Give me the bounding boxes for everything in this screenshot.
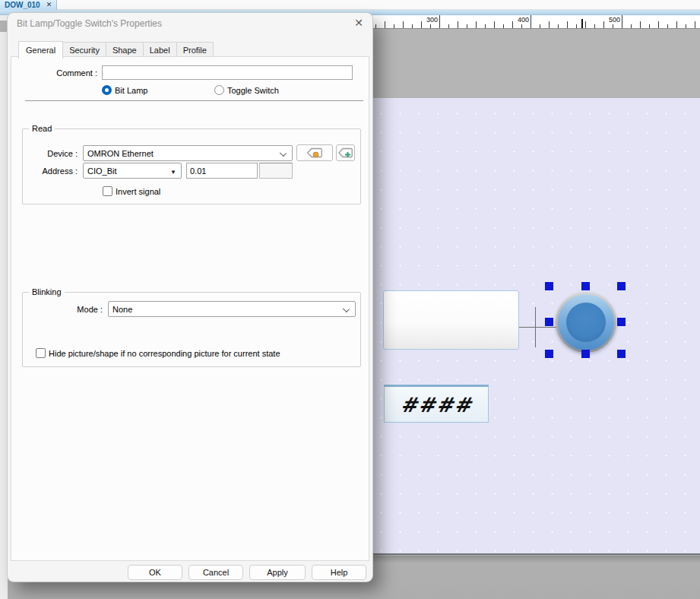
hide-picture-label: Hide picture/shape if no corresponding p… [49, 349, 280, 358]
ruler-tick-500 [622, 15, 622, 28]
selection-handle-middle-left[interactable] [545, 318, 553, 326]
device-combobox-value: OMRON Ethernet [87, 149, 154, 158]
invert-signal-checkbox[interactable] [103, 186, 112, 196]
read-group: Read Device : OMRON Ethernet [22, 128, 361, 204]
bit-lamp-radio-label: Bit Lamp [115, 86, 147, 95]
ruler-tick-300 [439, 15, 440, 28]
chevron-down-icon [280, 150, 287, 157]
properties-dialog: Bit Lamp/Toggle Switch's Properties ✕ Ge… [8, 13, 372, 582]
address-label: Address : [30, 166, 78, 176]
address-type-value: CIO_Bit [87, 166, 117, 176]
blinking-group-title: Blinking [29, 287, 65, 296]
comment-label: Comment : [42, 68, 97, 78]
invert-signal-label: Invert signal [116, 187, 160, 196]
selection-handle-bottom-center[interactable] [581, 350, 590, 358]
selection-box [545, 282, 626, 358]
comment-input[interactable] [102, 65, 353, 80]
tag-settings-icon [306, 147, 323, 159]
selection-handle-middle-right[interactable] [617, 318, 626, 326]
ruler-label-400: 400 [512, 16, 529, 24]
selection-handle-top-right[interactable] [617, 282, 626, 290]
ruler-label-300: 300 [421, 16, 438, 24]
document-tab[interactable]: DOW_010 ✕ [0, 0, 57, 10]
numeric-display-text: #### [401, 393, 473, 417]
blinking-group: Blinking Mode : None Hide picture/shape … [22, 292, 361, 367]
editor-screen: DOW_010 ✕ 300 400 500 [0, 0, 700, 599]
document-tab-bar: DOW_010 ✕ [0, 0, 700, 10]
dropdown-arrow-icon: ▼ [170, 169, 176, 176]
add-device-button[interactable] [336, 144, 355, 161]
ruler-cursor-marker [581, 19, 583, 28]
device-settings-button[interactable] [296, 144, 333, 161]
chevron-down-icon [343, 306, 350, 312]
address-type-combobox[interactable]: CIO_Bit ▼ [83, 163, 182, 179]
selection-handle-bottom-left[interactable] [545, 350, 553, 358]
document-tab-close-icon[interactable]: ✕ [46, 2, 52, 8]
device-combobox[interactable]: OMRON Ethernet [83, 145, 293, 161]
crosshair-vertical [535, 307, 536, 347]
ruler-label-500: 500 [603, 16, 620, 24]
toggle-switch-radio[interactable] [214, 85, 224, 95]
hide-picture-checkbox[interactable] [36, 348, 46, 358]
mode-label: Mode : [57, 305, 103, 314]
document-tab-label: DOW_010 [5, 1, 40, 9]
apply-button[interactable]: Apply [249, 565, 306, 580]
help-button[interactable]: Help [312, 565, 366, 580]
selection-handle-top-center[interactable] [581, 282, 590, 290]
tab-page-general: Comment : Bit Lamp Toggle Switch Read De… [11, 56, 369, 561]
hmi-button-object[interactable] [383, 290, 519, 350]
address-value-input[interactable] [186, 163, 258, 179]
tag-add-icon [338, 147, 353, 159]
left-edge-strip [0, 15, 8, 599]
toggle-switch-radio-label: Toggle Switch [227, 86, 279, 95]
tab-general[interactable]: General [18, 41, 63, 59]
read-group-title: Read [29, 124, 55, 133]
ok-button[interactable]: OK [128, 565, 182, 580]
mode-combobox-value: None [112, 305, 132, 314]
bit-lamp-radio[interactable] [102, 85, 112, 95]
ruler-corner-block [0, 21, 7, 32]
address-extra-box [259, 163, 293, 179]
device-label: Device : [30, 149, 78, 158]
dialog-title: Bit Lamp/Toggle Switch's Properties [17, 18, 162, 29]
numeric-display-object[interactable]: #### [384, 385, 489, 423]
section-divider [25, 100, 363, 101]
ruler-tick-400 [531, 15, 531, 28]
cancel-button[interactable]: Cancel [188, 565, 243, 580]
dialog-close-icon[interactable]: ✕ [354, 17, 363, 29]
mode-combobox[interactable]: None [108, 301, 356, 317]
selection-handle-bottom-right[interactable] [617, 350, 626, 358]
selection-handle-top-left[interactable] [545, 282, 553, 290]
